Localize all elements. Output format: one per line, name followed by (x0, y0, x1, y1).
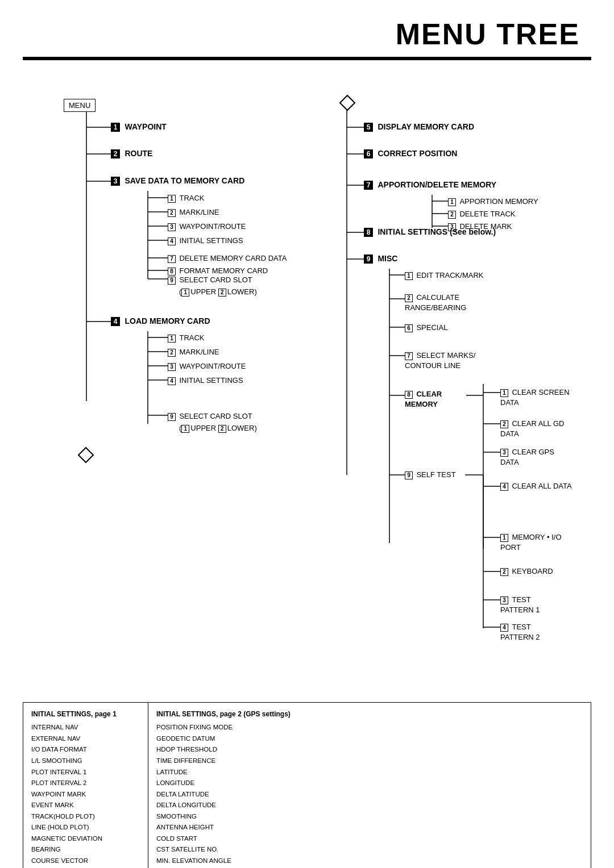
misc-sub-8: 8 CLEARMEMORY (405, 389, 442, 409)
load-sub-1: 1 TRACK (168, 332, 205, 343)
page1-items: INTERNAL NAV EXTERNAL NAV I/O DATA FORMA… (31, 722, 140, 868)
initial-settings-section: INITIAL SETTINGS, page 1 INTERNAL NAV EX… (23, 702, 591, 868)
clear-sub-3: 3 CLEAR GPSDATA (500, 446, 554, 467)
misc-sub-7: 7 SELECT MARKS/CONTOUR LINE (405, 350, 475, 370)
svg-marker-50 (78, 448, 93, 462)
svg-marker-49 (340, 95, 355, 110)
self-test-sub-4: 4 TESTPATTERN 2 (500, 621, 540, 642)
apportion-sub-1: 1 APPORTION MEMORY (448, 196, 538, 206)
item-6-correct-position: 6 CORRECT POSITION (364, 148, 457, 158)
apportion-sub-2: 2 DELETE TRACK (448, 208, 515, 219)
misc-sub-1: 1 EDIT TRACK/MARK (405, 270, 483, 280)
misc-sub-2: 2 CALCULATERANGE/BEARING (405, 292, 466, 312)
page2-items: POSITION FIXING MODE GEODETIC DATUM HDOP… (156, 722, 291, 868)
self-test-sub-2: 2 KEYBOARD (500, 566, 553, 576)
clear-sub-1: 1 CLEAR SCREENDATA (500, 387, 570, 407)
load-sub-3: 3 WAYPOINT/ROUTE (168, 361, 246, 371)
load-sub-2: 2 MARK/LINE (168, 347, 219, 357)
item-9-misc: 9 MISC (364, 253, 397, 264)
diamond-bottom-left (77, 446, 94, 466)
save-sub-9: 9 SELECT CARD SLOT (168, 274, 252, 285)
save-upper-lower: (1UPPER 2LOWER) (179, 286, 257, 297)
item-3-save-data: 3 SAVE DATA TO MEMORY CARD (111, 176, 244, 186)
save-sub-4: 4 INITIAL SETTINGS (168, 235, 243, 245)
save-sub-3: 3 WAYPOINT/ROUTE (168, 221, 246, 231)
self-test-sub-3: 3 TESTPATTERN 1 (500, 594, 540, 615)
save-sub-7: 7 DELETE MEMORY CARD DATA (168, 253, 287, 263)
page-title: MENU TREE (0, 0, 614, 57)
diamond-top (339, 94, 356, 114)
save-sub-2: 2 MARK/LINE (168, 207, 219, 217)
initial-settings-page2: INITIAL SETTINGS, page 2 (GPS settings) … (148, 703, 298, 868)
save-sub-1: 1 TRACK (168, 193, 205, 203)
self-test-sub-1: 1 MEMORY • I/OPORT (500, 532, 562, 552)
misc-sub-9: 9 SELF TEST (405, 469, 456, 479)
clear-sub-4: 4 CLEAR ALL DATA (500, 481, 572, 491)
load-sub-9: 9 SELECT CARD SLOT (168, 411, 252, 421)
menu-box: MENU (64, 99, 96, 112)
clear-sub-2: 2 CLEAR ALL GDDATA (500, 418, 564, 439)
item-5-display-memory: 5 DISPLAY MEMORY CARD (364, 122, 474, 132)
item-7-apportion: 7 APPORTION/DELETE MEMORY (364, 180, 496, 190)
item-4-load-memory: 4 LOAD MEMORY CARD (111, 316, 210, 326)
item-8-initial-settings: 8 INITIAL SETTINGS (See below.) (364, 227, 496, 237)
load-sub-4: 4 INITIAL SETTINGS (168, 375, 243, 385)
load-upper-lower: (1UPPER 2LOWER) (179, 423, 257, 433)
item-1-waypoint: 1 WAYPOINT (111, 122, 167, 132)
initial-settings-page1: INITIAL SETTINGS, page 1 INTERNAL NAV EX… (23, 703, 148, 868)
item-2-route: 2 ROUTE (111, 148, 152, 158)
misc-sub-6: 6 SPECIAL (405, 322, 447, 332)
